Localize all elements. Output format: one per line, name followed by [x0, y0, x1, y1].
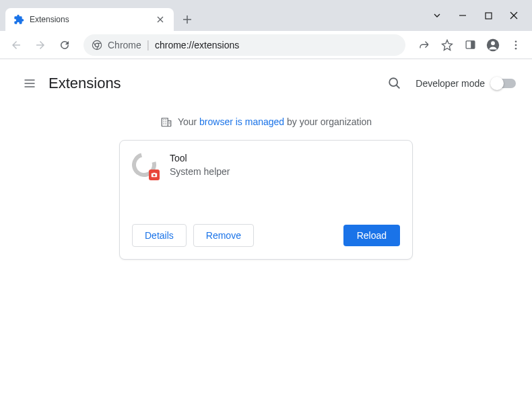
svg-point-12 [153, 174, 155, 176]
svg-rect-4 [471, 41, 475, 48]
new-tab-button[interactable] [178, 10, 197, 29]
omnibox-url: chrome://extensions [155, 40, 239, 50]
extension-card: Tool System helper Details Remove Reload [119, 140, 413, 260]
managed-text: Your browser is managed by your organiza… [178, 116, 372, 127]
building-icon [160, 116, 172, 128]
side-panel-icon[interactable] [459, 34, 481, 56]
extension-name: Tool [170, 153, 230, 163]
developer-mode: Developer mode [415, 78, 516, 89]
svg-rect-13 [153, 173, 155, 174]
chevron-down-icon[interactable] [432, 11, 442, 20]
window-close-button[interactable] [509, 11, 519, 20]
svg-rect-0 [486, 13, 492, 19]
page-header: Extensions Developer mode [0, 59, 532, 108]
forward-button[interactable] [30, 34, 51, 56]
extension-description: System helper [170, 166, 230, 177]
page-title: Extensions [48, 75, 121, 92]
star-icon[interactable] [436, 34, 458, 56]
page-content: Extensions Developer mode Your browser i… [0, 59, 532, 260]
hamburger-menu-icon[interactable] [16, 70, 43, 97]
developer-mode-label: Developer mode [415, 78, 485, 89]
tab-title: Extensions [30, 15, 149, 24]
camera-badge-icon [149, 170, 160, 180]
window-controls [432, 11, 532, 31]
details-button[interactable]: Details [132, 224, 187, 247]
svg-point-6 [491, 41, 495, 45]
svg-point-9 [515, 47, 517, 49]
chrome-icon [92, 40, 102, 50]
managed-banner: Your browser is managed by your organiza… [0, 108, 532, 140]
kebab-menu-icon[interactable] [505, 34, 527, 56]
browser-toolbar: Chrome | chrome://extensions [0, 31, 532, 59]
maximize-button[interactable] [484, 11, 493, 20]
svg-point-8 [515, 44, 517, 46]
back-button[interactable] [5, 34, 27, 56]
toggle-knob [490, 77, 504, 90]
developer-mode-toggle[interactable] [492, 79, 516, 88]
reload-button[interactable] [54, 34, 75, 56]
omnibox-prefix: Chrome [108, 40, 141, 50]
reload-button[interactable]: Reload [343, 225, 400, 246]
window-titlebar: Extensions [0, 0, 532, 31]
profile-icon[interactable] [482, 34, 504, 56]
share-icon[interactable] [413, 34, 435, 56]
svg-point-7 [515, 40, 517, 42]
tab-strip: Extensions [0, 8, 432, 31]
managed-text-after: by your organization [284, 116, 372, 127]
remove-button[interactable]: Remove [193, 224, 254, 247]
puzzle-icon [13, 14, 24, 25]
minimize-button[interactable] [458, 11, 467, 20]
managed-link[interactable]: browser is managed [199, 116, 284, 127]
extension-icon [132, 153, 158, 178]
managed-text-before: Your [178, 116, 199, 127]
omnibox-separator: | [147, 39, 149, 51]
close-icon[interactable] [155, 14, 166, 25]
browser-tab[interactable]: Extensions [5, 8, 174, 31]
search-icon[interactable] [387, 76, 402, 91]
svg-point-10 [389, 78, 397, 86]
address-bar[interactable]: Chrome | chrome://extensions [84, 34, 405, 56]
